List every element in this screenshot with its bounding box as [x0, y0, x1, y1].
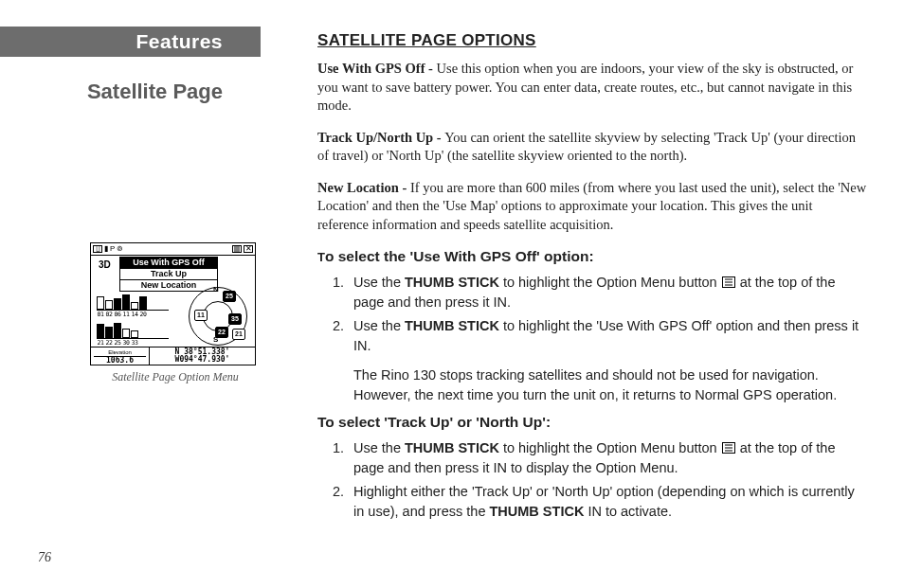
- lead-text: New Location -: [317, 180, 410, 195]
- lcd-bars-row2: 2122253033: [97, 321, 169, 347]
- option-menu-icon: [722, 276, 735, 288]
- thumb-stick-label: THUMB STICK: [405, 318, 499, 333]
- figure-caption: Satellite Page Option Menu: [90, 369, 261, 384]
- lcd-sat: 22: [215, 327, 228, 338]
- radio-icon: ▯: [93, 245, 102, 253]
- step-note: The Rino 130 stops tracking satellites a…: [348, 365, 867, 405]
- lcd-sat: 25: [223, 291, 236, 302]
- lcd-bottom-bar: Elevation 1063.6 N 38°51.338' W094°47.93…: [91, 347, 255, 365]
- lcd-screenshot: ▯ ▮ P ⊚ ✕ 3D Use With GPS Off Track Up N…: [90, 242, 256, 365]
- lcd-menu-item: Track Up: [120, 269, 217, 280]
- lcd-sat: 21: [232, 329, 245, 340]
- sub-heading-track-up: To select 'Track Up' or 'North Up':: [317, 413, 867, 433]
- step-item: Use the THUMB STICK to highlight the Opt…: [348, 273, 867, 312]
- paragraph-new-location: New Location - If you are more than 600 …: [317, 179, 867, 235]
- lcd-sat: 11: [194, 310, 208, 321]
- step-item: Use the THUMB STICK to highlight the Opt…: [348, 438, 867, 478]
- page-number: 76: [38, 549, 51, 567]
- section-heading: SATELLITE PAGE OPTIONS: [317, 30, 867, 52]
- section-tab: Features: [0, 27, 261, 57]
- steps-gps-off: Use the THUMB STICK to highlight the Opt…: [317, 273, 867, 356]
- option-menu-icon: [722, 442, 735, 454]
- steps-track-up: Use the THUMB STICK to highlight the Opt…: [317, 438, 867, 522]
- lcd-elev-value: 1063.6: [94, 357, 146, 365]
- thumb-stick-label: THUMB STICK: [405, 275, 499, 290]
- lcd-sat: 35: [228, 313, 242, 325]
- lcd-3d-label: 3D: [99, 258, 111, 272]
- thumb-stick-label: THUMB STICK: [489, 504, 584, 519]
- lcd-coord-w: W094°47.930': [153, 356, 252, 364]
- page: Features Satellite Page ▯ ▮ P ⊚ ✕ 3D Use…: [0, 0, 904, 588]
- menu-icon: [232, 245, 242, 253]
- lead-text: Track Up/North Up -: [317, 130, 444, 145]
- lcd-bars-row1: 010206111420: [97, 293, 169, 319]
- sat-icon: ⊚: [117, 244, 123, 255]
- signal-icon: P: [110, 244, 115, 255]
- page-title: Satellite Page: [0, 78, 261, 106]
- close-icon: ✕: [244, 245, 253, 253]
- step-item: Use the THUMB STICK to highlight the 'Us…: [348, 316, 867, 356]
- step-item: Highlight either the 'Track Up' or 'Nort…: [348, 482, 867, 522]
- sub-heading-gps-off: To select the 'Use With GPS Off' option:: [317, 247, 867, 267]
- thumb-stick-label: THUMB STICK: [405, 440, 499, 455]
- paragraph-track-up: Track Up/North Up - You can orient the s…: [317, 129, 867, 166]
- figure: ▯ ▮ P ⊚ ✕ 3D Use With GPS Off Track Up N…: [90, 242, 261, 384]
- battery-icon: ▮: [104, 244, 108, 255]
- paragraph-gps-off: Use With GPS Off - Use this option when …: [317, 60, 867, 116]
- lead-text: Use With GPS Off -: [317, 61, 437, 76]
- content-column: SATELLITE PAGE OPTIONS Use With GPS Off …: [317, 30, 867, 531]
- lcd-skyview: N S 2511352221: [185, 287, 249, 344]
- lcd-menu-item: Use With GPS Off: [120, 258, 217, 269]
